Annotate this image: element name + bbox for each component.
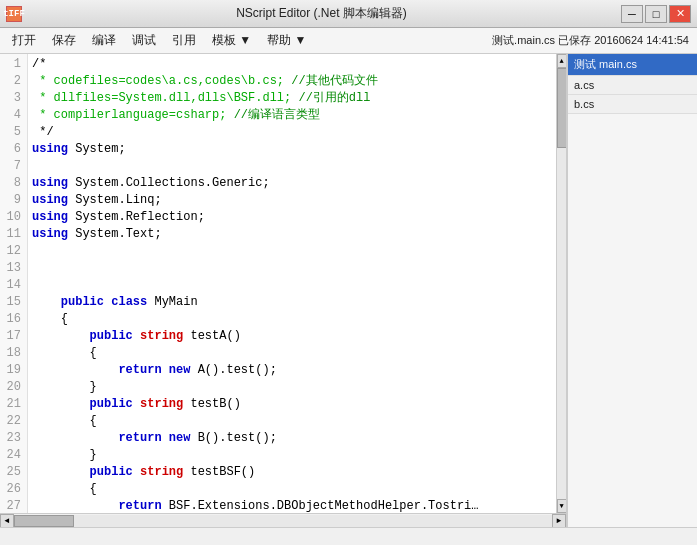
code-editor[interactable]: /* * codefiles=codes\a.cs,codes\b.cs; //…: [28, 54, 556, 513]
menu-open[interactable]: 打开: [4, 29, 44, 52]
app-icon: tIFF: [6, 6, 22, 22]
menu-help[interactable]: 帮助 ▼: [259, 29, 314, 52]
window-title: NScript Editor (.Net 脚本编辑器): [22, 5, 621, 22]
scroll-right-button[interactable]: ►: [552, 514, 566, 528]
window-controls: ─ □ ✕: [621, 5, 691, 23]
scroll-up-button[interactable]: ▲: [557, 54, 567, 68]
menu-reference[interactable]: 引用: [164, 29, 204, 52]
statusbar: [0, 527, 697, 545]
menubar: 打开 保存 编译 调试 引用 模板 ▼ 帮助 ▼ 测试.main.cs 已保存 …: [0, 28, 697, 54]
scroll-left-button[interactable]: ◄: [0, 514, 14, 528]
titlebar: tIFF NScript Editor (.Net 脚本编辑器) ─ □ ✕: [0, 0, 697, 28]
close-button[interactable]: ✕: [669, 5, 691, 23]
scroll-thumb[interactable]: [557, 68, 567, 148]
scroll-track[interactable]: [557, 68, 567, 499]
menu-debug[interactable]: 调试: [124, 29, 164, 52]
scroll-down-button[interactable]: ▼: [557, 499, 567, 513]
hscroll-track[interactable]: [14, 515, 552, 527]
file-tab-b[interactable]: b.cs: [568, 95, 697, 114]
maximize-button[interactable]: □: [645, 5, 667, 23]
editor-area: 1 2 3 4 5 6 7 8 9 10 11 12 13 14 15 16 1…: [0, 54, 567, 527]
menu-save[interactable]: 保存: [44, 29, 84, 52]
file-tab-main[interactable]: 测试 main.cs: [568, 54, 697, 76]
file-tab-a[interactable]: a.cs: [568, 76, 697, 95]
file-tabs: 测试 main.cs a.cs b.cs: [568, 54, 697, 114]
save-status: 测试.main.cs 已保存 20160624 14:41:54: [492, 33, 693, 48]
editor-content: 1 2 3 4 5 6 7 8 9 10 11 12 13 14 15 16 1…: [0, 54, 566, 513]
main-area: 1 2 3 4 5 6 7 8 9 10 11 12 13 14 15 16 1…: [0, 54, 697, 527]
hscroll-thumb[interactable]: [14, 515, 74, 527]
menu-template[interactable]: 模板 ▼: [204, 29, 259, 52]
line-numbers: 1 2 3 4 5 6 7 8 9 10 11 12 13 14 15 16 1…: [0, 54, 28, 513]
minimize-button[interactable]: ─: [621, 5, 643, 23]
menu-compile[interactable]: 编译: [84, 29, 124, 52]
file-panel: 测试 main.cs a.cs b.cs: [567, 54, 697, 527]
vertical-scrollbar[interactable]: ▲ ▼: [556, 54, 566, 513]
horizontal-scrollbar[interactable]: ◄ ►: [0, 513, 566, 527]
